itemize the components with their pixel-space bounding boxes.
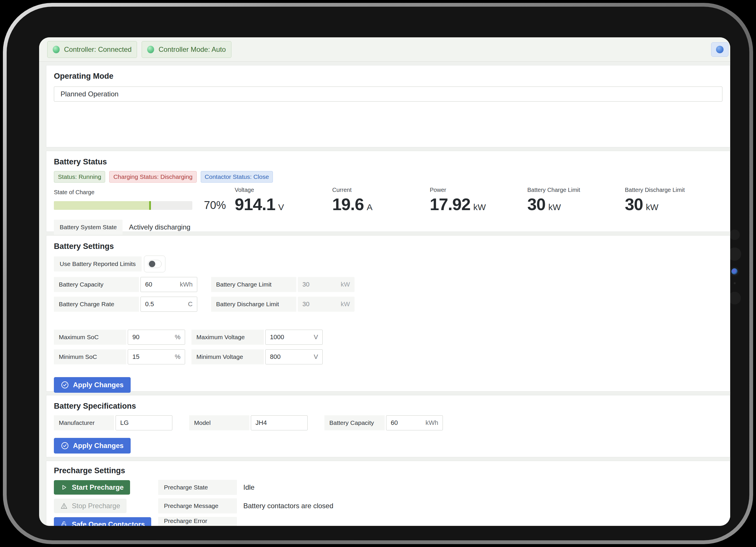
battery-settings-title: Battery Settings — [54, 242, 722, 251]
field-unit: % — [175, 333, 180, 341]
battery-charge-limit-input: 30 kW — [298, 277, 355, 292]
minimum-soc-input[interactable]: 15 % — [128, 349, 185, 364]
apply-changes-button[interactable]: Apply Changes — [54, 438, 131, 453]
microphone-dot-icon — [734, 282, 736, 284]
field-label: Battery Charge Rate — [54, 297, 139, 312]
operating-mode-select[interactable]: Planned Operation — [54, 87, 722, 102]
field-minimum-soc: Minimum SoC 15 % — [54, 349, 185, 364]
field-value: 30 — [302, 281, 309, 288]
toggle-track — [148, 260, 162, 268]
field-value: 30 — [302, 300, 309, 308]
field-battery-charge-rate: Battery Charge Rate 0.5 C — [54, 297, 197, 312]
battery-status-card: Battery Status Status: Running Charging … — [46, 151, 730, 232]
controller-mode-badge: Controller Mode: Auto — [142, 41, 231, 58]
state-of-charge-block: State of Charge 70% — [54, 187, 235, 212]
metric-label: Battery Discharge Limit — [625, 187, 722, 193]
soc-percent-value: 70% — [204, 199, 226, 212]
field-unit: V — [314, 353, 318, 361]
status-bar: Controller: Connected Controller Mode: A… — [39, 37, 730, 62]
safe-open-contactors-button[interactable]: Safe Open Contactors — [54, 517, 151, 526]
metric-value: 17.92 — [430, 195, 470, 214]
field-unit: % — [175, 353, 180, 361]
field-unit: kW — [341, 300, 350, 308]
field-label: Model — [189, 415, 249, 430]
precharge-state-row: Start Precharge Precharge State Idle — [54, 480, 722, 495]
manufacturer-input[interactable]: LG — [116, 415, 172, 430]
start-precharge-button[interactable]: Start Precharge — [54, 480, 130, 495]
field-label: Maximum Voltage — [191, 330, 264, 345]
operating-mode-card: Operating Mode Planned Operation — [46, 65, 730, 147]
minimum-voltage-input[interactable]: 800 V — [265, 349, 323, 364]
field-spec-battery-capacity: Battery Capacity 60 kWh — [324, 415, 443, 430]
unlock-icon — [60, 521, 68, 526]
apply-changes-label: Apply Changes — [73, 381, 124, 389]
metric-unit: kW — [473, 202, 486, 212]
field-label: Maximum SoC — [54, 330, 126, 345]
status-running-badge: Status: Running — [54, 171, 105, 183]
battery-charge-rate-input[interactable]: 0.5 C — [140, 297, 197, 312]
blue-dot-icon — [716, 46, 724, 53]
connection-indicator-badge[interactable] — [711, 42, 728, 57]
model-input[interactable]: JH4 — [251, 415, 308, 430]
field-label: Manufacturer — [54, 415, 114, 430]
use-battery-limits-row: Use Battery Reported Limits — [54, 256, 722, 273]
metric-unit: kW — [548, 202, 561, 212]
field-value: 90 — [132, 333, 139, 341]
precharge-message-value: Battery contactors are closed — [243, 502, 333, 510]
warning-icon — [60, 502, 68, 510]
green-dot-icon — [147, 46, 154, 53]
stop-precharge-button[interactable]: Stop Precharge — [54, 499, 127, 513]
field-label: Battery Charge Limit — [211, 277, 296, 292]
soc-progress-bar — [54, 201, 192, 210]
tablet-frame: Controller: Connected Controller Mode: A… — [3, 3, 753, 544]
play-icon — [60, 484, 68, 491]
operating-mode-selected-value: Planned Operation — [61, 90, 118, 98]
metric-power: Power 17.92 kW — [430, 187, 527, 214]
field-label: Minimum Voltage — [191, 349, 264, 364]
metric-value: 30 — [527, 195, 546, 214]
charging-status-badge: Charging Status: Discharging — [109, 171, 196, 183]
controller-connected-label: Controller: Connected — [64, 45, 132, 54]
use-battery-limits-toggle[interactable] — [144, 256, 165, 273]
precharge-message-row: Stop Precharge Precharge Message Battery… — [54, 498, 722, 513]
precharge-state-label: Precharge State — [158, 480, 237, 495]
metric-label: Battery Charge Limit — [527, 187, 625, 193]
metric-label: Current — [332, 187, 430, 193]
operating-mode-title: Operating Mode — [54, 72, 722, 81]
metric-label: Power — [430, 187, 527, 193]
apply-changes-button[interactable]: Apply Changes — [54, 377, 131, 393]
tablet-bezel: Controller: Connected Controller Mode: A… — [7, 7, 749, 540]
field-maximum-voltage: Maximum Voltage 1000 V — [191, 330, 323, 345]
camera-lens-icon — [731, 268, 738, 274]
field-label: Battery Capacity — [54, 277, 139, 292]
battery-specifications-title: Battery Specifications — [54, 402, 722, 411]
maximum-soc-input[interactable]: 90 % — [128, 330, 185, 345]
battery-status-badges: Status: Running Charging Status: Dischar… — [54, 171, 722, 183]
metrics-row: State of Charge 70% Voltage 9 — [54, 187, 722, 214]
field-value: 60 — [391, 419, 398, 427]
field-unit: kW — [341, 281, 350, 288]
maximum-voltage-input[interactable]: 1000 V — [265, 330, 323, 345]
check-circle-icon — [61, 442, 69, 450]
field-minimum-voltage: Minimum Voltage 800 V — [191, 349, 323, 364]
metric-value: 19.6 — [332, 195, 364, 214]
use-battery-limits-label: Use Battery Reported Limits — [54, 257, 142, 272]
app-screen: Controller: Connected Controller Mode: A… — [39, 37, 730, 526]
metric-discharge-limit: Battery Discharge Limit 30 kW — [625, 187, 722, 214]
precharge-error-row: Safe Open Contactors Precharge Error Mes… — [54, 517, 722, 526]
precharge-error-message-label: Precharge Error Message — [158, 517, 237, 526]
page-content: Operating Mode Planned Operation Battery… — [39, 62, 730, 526]
apply-changes-label: Apply Changes — [73, 442, 124, 450]
spec-battery-capacity-input[interactable]: 60 kWh — [386, 415, 443, 430]
soc-progress-fill — [54, 201, 151, 210]
battery-capacity-input[interactable]: 60 kWh — [140, 277, 197, 292]
check-circle-icon — [61, 381, 69, 389]
battery-system-state-row: Battery System State Actively dischargin… — [54, 220, 722, 235]
battery-discharge-limit-input: 30 kW — [298, 297, 355, 312]
controller-mode-label: Controller Mode: Auto — [158, 45, 226, 54]
metric-value: 30 — [625, 195, 643, 214]
field-value: 0.5 — [145, 300, 154, 308]
field-battery-charge-limit: Battery Charge Limit 30 kW — [211, 277, 355, 292]
field-unit: C — [188, 300, 193, 308]
field-label: Battery Capacity — [324, 415, 385, 430]
